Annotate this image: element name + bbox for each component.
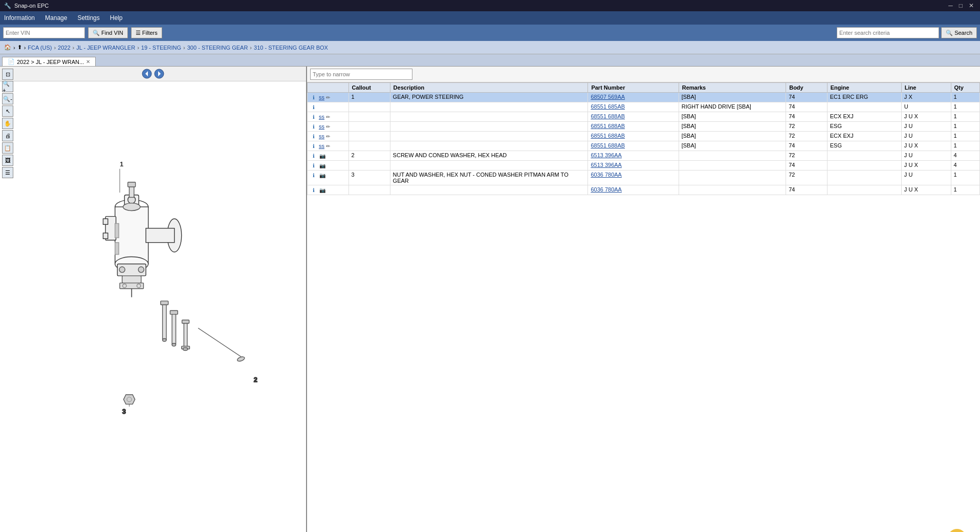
select-btn[interactable]: ↖ (2, 105, 13, 117)
part-number-link[interactable]: 6513 396AA (591, 162, 622, 168)
table-row[interactable]: ℹss✏1GEAR, POWER STEERING68507 569AA[SBA… (308, 93, 980, 102)
close-btn[interactable]: ✕ (967, 2, 976, 9)
global-search-button[interactable]: 🔍 Search (941, 27, 977, 38)
ss-link[interactable]: ss (319, 94, 324, 100)
print-btn[interactable]: 🖨 (2, 130, 13, 141)
next-btn[interactable] (154, 69, 164, 79)
edit-icon[interactable]: ✏ (326, 134, 330, 139)
prev-btn[interactable] (142, 69, 152, 79)
edit-icon[interactable]: ✏ (326, 124, 330, 130)
table-row[interactable]: ℹ📷6513 396AA74J U X4 (308, 161, 980, 171)
table-row[interactable]: ℹss✏68551 688AB[SBA]74ESGJ U X1 (308, 141, 980, 151)
home-icon[interactable]: 🏠 (4, 44, 11, 51)
zoom-out-btn[interactable]: 🔍- (2, 93, 13, 104)
part-number-cell[interactable]: 68551 685AB (588, 102, 679, 112)
info-circle-icon[interactable]: ℹ (310, 103, 317, 111)
table-row[interactable]: ℹss✏68551 688AB[SBA]72ECX EXJJ U1 (308, 132, 980, 141)
info-circle-icon[interactable]: ℹ (310, 133, 317, 140)
maximize-btn[interactable]: □ (957, 2, 965, 9)
info-circle-icon[interactable]: ℹ (310, 186, 317, 194)
part-number-cell[interactable]: 68551 688AB (588, 122, 679, 132)
part-number-link[interactable]: 68551 688AB (591, 133, 625, 139)
info-circle-icon[interactable]: ℹ (310, 172, 317, 179)
part-number-cell[interactable]: 68551 688AB (588, 132, 679, 141)
part-number-cell[interactable]: 68507 569AA (588, 93, 679, 102)
breadcrumb-steering-gear-box[interactable]: 310 - STEERING GEAR BOX (254, 45, 328, 51)
breadcrumb-sep: › (24, 45, 26, 51)
ss-link[interactable]: ss (319, 114, 324, 120)
ss-link[interactable]: ss (319, 143, 324, 149)
part-number-link[interactable]: 68551 685AB (591, 103, 625, 110)
edit-icon[interactable]: ✏ (326, 95, 330, 100)
part-number-link[interactable]: 68551 688AB (591, 123, 625, 129)
menu-help[interactable]: Help (110, 14, 123, 22)
icon-cell: ℹss✏ (308, 132, 349, 141)
tab-close-btn[interactable]: ✕ (86, 59, 90, 65)
qty-cell: 1 (951, 132, 979, 141)
image-btn[interactable]: 🖼 (2, 155, 13, 166)
part-number-link[interactable]: 68551 688AB (591, 142, 625, 148)
part-number-link[interactable]: 6036 780AA (591, 172, 622, 178)
info-circle-icon[interactable]: ℹ (310, 123, 317, 130)
filters-button[interactable]: ☰ Filters (131, 27, 162, 38)
pan-btn[interactable]: ✋ (2, 118, 13, 129)
table-row[interactable]: ℹ68551 685ABRIGHT HAND DRIVE [SBA]74U1 (308, 102, 980, 112)
info-circle-icon[interactable]: ℹ (310, 113, 317, 120)
main-tab[interactable]: 📄 2022 > JL - JEEP WRAN... ✕ (2, 57, 96, 66)
breadcrumb-steering-gear[interactable]: 300 - STEERING GEAR (187, 45, 248, 51)
vin-input[interactable] (3, 27, 85, 38)
camera-icon[interactable]: 📷 (319, 186, 326, 194)
table-row[interactable]: ℹss✏68551 688AB[SBA]74ECX EXJJ U X1 (308, 112, 980, 122)
menu-settings[interactable]: Settings (77, 14, 99, 22)
list-btn[interactable]: ☰ (2, 167, 13, 178)
breadcrumb-year[interactable]: 2022 (58, 45, 70, 51)
zoom-in-btn[interactable]: 🔍+ (2, 81, 13, 92)
ss-link[interactable]: ss (319, 133, 324, 139)
part-number-link[interactable]: 68551 688AB (591, 113, 625, 119)
info-circle-icon[interactable]: ℹ (310, 94, 317, 101)
edit-icon[interactable]: ✏ (326, 143, 330, 149)
table-row[interactable]: ℹ📷2SCREW AND CONED WASHER, HEX HEAD6513 … (308, 151, 980, 161)
table-row[interactable]: ℹ📷3NUT AND WASHER, HEX NUT - CONED WASHE… (308, 171, 980, 185)
info-circle-icon[interactable]: ℹ (310, 162, 317, 169)
breadcrumb-fca[interactable]: FCA (US) (28, 45, 52, 51)
breadcrumb-sep: › (13, 45, 15, 51)
share-btn[interactable]: ↗ (948, 529, 966, 533)
notes-btn[interactable]: 📋 (2, 142, 13, 154)
part-number-link[interactable]: 6036 780AA (591, 186, 622, 193)
part-number-cell[interactable]: 68551 688AB (588, 141, 679, 151)
part-number-link[interactable]: 68507 569AA (591, 94, 625, 100)
part-number-cell[interactable]: 6513 396AA (588, 151, 679, 161)
ss-link[interactable]: ss (319, 123, 324, 130)
table-row[interactable]: ℹss✏68551 688AB[SBA]72ESGJ U1 (308, 122, 980, 132)
part-number-cell[interactable]: 6513 396AA (588, 161, 679, 171)
part-number-link[interactable]: 6513 396AA (591, 152, 622, 158)
info-circle-icon[interactable]: ℹ (310, 142, 317, 150)
part-number-cell[interactable]: 6036 780AA (588, 171, 679, 185)
menu-manage[interactable]: Manage (45, 14, 67, 22)
engine-cell: ESG (827, 141, 901, 151)
part-number-cell[interactable]: 68551 688AB (588, 112, 679, 122)
breadcrumb-steering[interactable]: 19 - STEERING (141, 45, 181, 51)
col-part-number: Part Number (588, 83, 679, 93)
part-number-cell[interactable]: 6036 780AA (588, 185, 679, 195)
global-search-input[interactable] (837, 27, 939, 38)
minimize-btn[interactable]: ─ (946, 2, 955, 9)
camera-icon[interactable]: 📷 (319, 152, 326, 159)
table-row[interactable]: ℹ📷6036 780AA74J U X1 (308, 185, 980, 195)
camera-icon[interactable]: 📷 (319, 162, 326, 169)
parts-table-container[interactable]: Callout Description Part Number Remarks … (307, 82, 980, 532)
zoom-fit-btn[interactable]: ⊡ (2, 69, 13, 80)
camera-icon[interactable]: 📷 (319, 172, 326, 179)
find-vin-button[interactable]: 🔍 Find VIN (88, 27, 128, 38)
type-narrow-input[interactable] (310, 69, 412, 80)
breadcrumb-model[interactable]: JL - JEEP WRANGLER (76, 45, 135, 51)
svg-point-35 (237, 356, 246, 362)
body-cell: 74 (786, 185, 827, 195)
info-circle-icon[interactable]: ℹ (310, 152, 317, 159)
svg-rect-37 (122, 276, 141, 283)
body-cell: 74 (786, 141, 827, 151)
menu-information[interactable]: Information (4, 14, 35, 22)
edit-icon[interactable]: ✏ (326, 114, 330, 120)
nav-up-icon[interactable]: ⬆ (17, 44, 22, 51)
